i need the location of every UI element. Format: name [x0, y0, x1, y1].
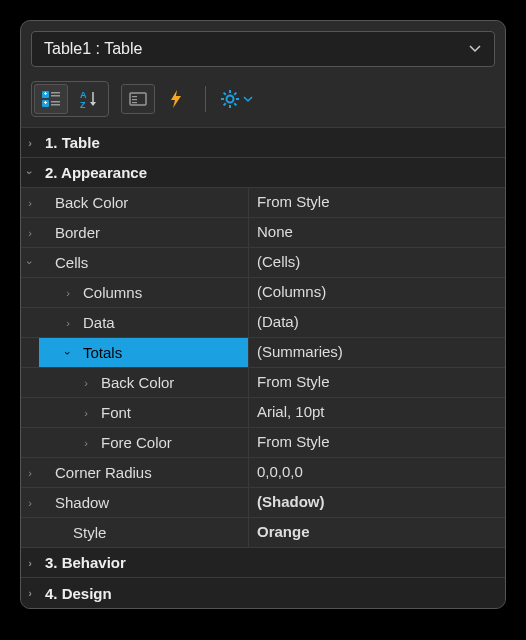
collapse-icon[interactable]: ›	[20, 254, 45, 272]
prop-row-columns[interactable]: ›Columns (Columns)	[21, 278, 505, 308]
section-label: 3. Behavior	[39, 549, 132, 576]
expand-icon[interactable]: ›	[77, 407, 95, 419]
prop-value[interactable]: From Style	[249, 188, 505, 217]
section-label: 4. Design	[39, 580, 118, 607]
prop-label: Cells	[49, 249, 94, 276]
expand-icon[interactable]: ›	[59, 317, 77, 329]
svg-line-23	[234, 103, 236, 105]
prop-row-backcolor[interactable]: › Back Color From Style	[21, 188, 505, 218]
svg-point-17	[227, 96, 234, 103]
expand-icon[interactable]: ›	[21, 458, 39, 487]
section-label: 1. Table	[39, 129, 106, 156]
prop-row-cells[interactable]: › Cells (Cells)	[21, 248, 505, 278]
prop-value[interactable]: Arial, 10pt	[249, 398, 505, 427]
prop-value[interactable]: 0,0,0,0	[249, 458, 505, 487]
svg-text:Z: Z	[80, 100, 86, 109]
lightning-icon	[168, 89, 184, 109]
categorized-button[interactable]	[34, 84, 68, 114]
prop-label: Style	[67, 519, 112, 546]
expand-icon[interactable]: ›	[21, 128, 39, 157]
prop-label: Fore Color	[95, 429, 178, 456]
properties-panel: Table1 : Table	[20, 20, 506, 609]
prop-label: Back Color	[95, 369, 180, 396]
svg-rect-6	[51, 92, 60, 94]
chevron-down-icon	[468, 42, 482, 56]
section-behavior[interactable]: › 3. Behavior	[21, 548, 505, 578]
prop-label: Border	[49, 219, 106, 246]
prop-row-style[interactable]: Style Orange	[21, 518, 505, 548]
section-table[interactable]: › 1. Table	[21, 128, 505, 158]
svg-line-22	[224, 93, 226, 95]
expand-icon[interactable]: ›	[21, 188, 39, 217]
expand-icon[interactable]: ›	[59, 287, 77, 299]
events-button[interactable]	[159, 84, 193, 114]
object-selector[interactable]: Table1 : Table	[31, 31, 495, 67]
svg-rect-15	[132, 99, 137, 100]
prop-value[interactable]: None	[249, 218, 505, 247]
expand-icon[interactable]: ›	[21, 578, 39, 608]
section-appearance[interactable]: › 2. Appearance	[21, 158, 505, 188]
property-grid: › 1. Table › 2. Appearance › Back Color …	[21, 128, 505, 608]
chevron-down-icon	[243, 94, 253, 104]
prop-row-totals[interactable]: ›Totals (Summaries)	[21, 338, 505, 368]
svg-rect-8	[51, 101, 60, 103]
svg-line-24	[224, 103, 226, 105]
collapse-icon[interactable]: ›	[20, 164, 45, 182]
svg-rect-7	[51, 95, 60, 97]
categorized-icon	[41, 90, 61, 108]
prop-value[interactable]: Orange	[249, 518, 505, 547]
prop-row-totals-forecolor[interactable]: ›Fore Color From Style	[21, 428, 505, 458]
expand-icon[interactable]: ›	[21, 218, 39, 247]
alphabetical-button[interactable]: A Z	[72, 84, 106, 114]
prop-label: Data	[77, 309, 121, 336]
section-label: 2. Appearance	[39, 159, 153, 186]
action-group	[119, 82, 195, 116]
prop-value[interactable]: From Style	[249, 428, 505, 457]
prop-row-data[interactable]: ›Data (Data)	[21, 308, 505, 338]
prop-label: Totals	[77, 339, 128, 366]
prop-label: Columns	[77, 279, 148, 306]
svg-rect-14	[132, 96, 137, 97]
prop-row-totals-font[interactable]: ›Font Arial, 10pt	[21, 398, 505, 428]
prop-label: Font	[95, 399, 137, 426]
section-design[interactable]: › 4. Design	[21, 578, 505, 608]
prop-label: Corner Radius	[49, 459, 158, 486]
prop-value[interactable]: (Data)	[249, 308, 505, 337]
prop-label: Shadow	[49, 489, 115, 516]
prop-row-cornerradius[interactable]: › Corner Radius 0,0,0,0	[21, 458, 505, 488]
svg-line-25	[234, 93, 236, 95]
property-pages-button[interactable]	[121, 84, 155, 114]
svg-rect-3	[45, 92, 46, 95]
object-selector-text: Table1 : Table	[44, 40, 142, 58]
prop-value[interactable]: (Columns)	[249, 278, 505, 307]
page-icon	[128, 91, 148, 107]
expand-icon[interactable]: ›	[77, 377, 95, 389]
prop-value[interactable]: (Shadow)	[249, 488, 505, 517]
svg-rect-5	[45, 101, 46, 104]
view-mode-group: A Z	[31, 81, 109, 117]
gear-icon	[220, 89, 240, 109]
collapse-icon[interactable]: ›	[62, 344, 74, 362]
prop-row-shadow[interactable]: › Shadow (Shadow)	[21, 488, 505, 518]
prop-label: Back Color	[49, 189, 134, 216]
expand-icon[interactable]: ›	[77, 437, 95, 449]
expand-icon[interactable]: ›	[21, 548, 39, 577]
prop-row-totals-backcolor[interactable]: ›Back Color From Style	[21, 368, 505, 398]
sort-az-icon: A Z	[78, 89, 100, 109]
svg-rect-9	[51, 104, 60, 106]
toolbar-divider	[205, 86, 206, 112]
svg-rect-16	[132, 102, 137, 103]
prop-value[interactable]: From Style	[249, 368, 505, 397]
svg-text:A: A	[80, 90, 87, 100]
settings-button[interactable]	[216, 84, 257, 114]
prop-value[interactable]: (Summaries)	[249, 338, 505, 367]
prop-row-border[interactable]: › Border None	[21, 218, 505, 248]
prop-value[interactable]: (Cells)	[249, 248, 505, 277]
expand-icon[interactable]: ›	[21, 488, 39, 517]
toolbar: A Z	[21, 75, 505, 128]
